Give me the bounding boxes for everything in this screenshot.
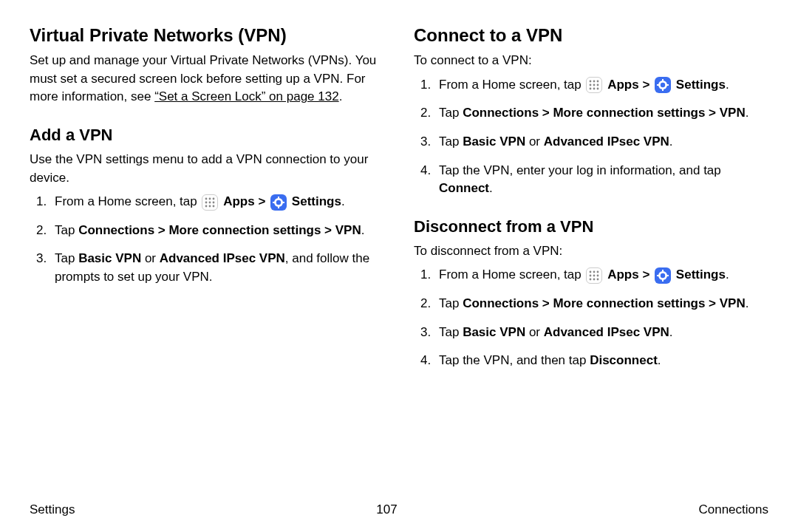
svg-rect-13	[273, 202, 275, 203]
svg-rect-26	[662, 79, 664, 81]
svg-point-40	[661, 273, 665, 278]
nav-path: Connections > More connection settings >…	[78, 223, 361, 237]
list-item: Tap Connections > More connection settin…	[434, 104, 768, 123]
svg-rect-27	[662, 89, 664, 91]
svg-rect-14	[282, 202, 284, 203]
basic-vpn-label: Basic VPN	[463, 325, 525, 339]
step-text: Tap	[55, 223, 78, 237]
disconnect-vpn-heading: Disconnect from a VPN	[414, 217, 768, 236]
list-item: Tap Connections > More connection settin…	[434, 295, 768, 313]
svg-point-19	[593, 84, 596, 86]
add-vpn-steps: From a Home screen, tap Apps > Settings.…	[50, 193, 384, 287]
add-vpn-desc: Use the VPN settings menu to add a VPN c…	[30, 151, 384, 187]
list-item: Tap Basic VPN or Advanced IPsec VPN, and…	[50, 250, 384, 286]
svg-point-35	[597, 275, 599, 277]
apps-icon	[586, 77, 602, 93]
disconnect-vpn-desc: To disconnect from a VPN:	[414, 242, 768, 261]
settings-label: Settings	[676, 78, 726, 92]
footer-left: Settings	[30, 502, 75, 517]
chevron-right-icon: >	[642, 267, 649, 282]
list-item: From a Home screen, tap Apps > Settings.	[434, 266, 768, 284]
step-text: Tap	[55, 251, 78, 265]
step-text: Tap	[439, 296, 463, 310]
svg-point-4	[209, 201, 211, 203]
list-item: Tap the VPN, enter your log in informati…	[434, 162, 768, 198]
step-text: Tap the VPN, enter your log in informati…	[439, 163, 721, 177]
svg-point-17	[597, 81, 599, 83]
svg-rect-28	[657, 84, 659, 86]
apps-label: Apps	[607, 267, 639, 282]
svg-point-7	[209, 205, 211, 207]
step-text: From a Home screen, tap	[55, 194, 200, 208]
intro-post: .	[339, 89, 343, 103]
step-text: Tap	[439, 325, 463, 339]
apps-icon	[586, 267, 602, 284]
vpn-heading: Virtual Private Networks (VPN)	[30, 25, 384, 46]
svg-point-5	[213, 201, 215, 203]
screen-lock-link[interactable]: “Set a Screen Lock” on page 132	[154, 89, 339, 103]
settings-icon	[655, 267, 671, 284]
step-text: or	[525, 325, 544, 339]
apps-label: Apps	[607, 78, 639, 92]
list-item: Tap Basic VPN or Advanced IPsec VPN.	[434, 133, 768, 151]
chevron-right-icon: >	[258, 194, 265, 208]
list-item: From a Home screen, tap Apps > Settings.	[50, 193, 384, 211]
svg-point-8	[213, 205, 215, 207]
connect-vpn-steps: From a Home screen, tap Apps > Settings.…	[434, 76, 768, 198]
advanced-vpn-label: Advanced IPsec VPN	[160, 251, 285, 265]
page-number: 107	[376, 502, 397, 517]
disconnect-vpn-steps: From a Home screen, tap Apps > Settings.…	[434, 266, 768, 370]
svg-point-33	[590, 275, 592, 277]
svg-point-34	[593, 275, 596, 277]
step-text: or	[141, 251, 160, 265]
svg-rect-42	[662, 279, 664, 282]
svg-rect-12	[278, 206, 279, 208]
list-item: From a Home screen, tap Apps > Settings.	[434, 76, 768, 95]
nav-path: Connections > More connection settings >…	[463, 296, 746, 310]
svg-point-22	[593, 88, 596, 90]
step-text: Tap	[439, 106, 463, 120]
svg-point-31	[593, 271, 596, 273]
svg-rect-43	[657, 275, 659, 276]
right-column: Connect to a VPN To connect to a VPN: Fr…	[414, 22, 768, 381]
svg-point-2	[213, 197, 215, 200]
nav-path: Connections > More connection settings >…	[463, 106, 746, 120]
svg-point-30	[590, 271, 592, 273]
svg-point-15	[590, 81, 592, 83]
step-text: From a Home screen, tap	[439, 78, 584, 92]
settings-label: Settings	[676, 267, 726, 282]
list-item: Tap the VPN, and then tap Disconnect.	[434, 352, 768, 370]
list-item: Tap Basic VPN or Advanced IPsec VPN.	[434, 324, 768, 342]
svg-point-1	[209, 197, 211, 200]
svg-rect-29	[666, 84, 669, 86]
settings-icon	[655, 77, 671, 93]
svg-point-37	[593, 279, 596, 281]
svg-point-38	[597, 279, 599, 281]
svg-point-25	[661, 83, 665, 87]
advanced-vpn-label: Advanced IPsec VPN	[544, 325, 669, 339]
chevron-right-icon: >	[642, 78, 649, 92]
svg-point-23	[597, 88, 599, 90]
svg-point-6	[205, 205, 208, 207]
svg-point-3	[205, 201, 208, 203]
settings-label: Settings	[292, 194, 341, 208]
svg-point-0	[205, 197, 208, 200]
svg-point-21	[590, 88, 592, 90]
disconnect-label: Disconnect	[590, 353, 658, 367]
svg-point-18	[590, 84, 592, 86]
step-text: Tap	[439, 134, 463, 149]
svg-rect-11	[278, 197, 279, 199]
vpn-intro: Set up and manage your Virtual Private N…	[30, 52, 384, 106]
settings-icon	[270, 194, 287, 211]
svg-point-20	[597, 84, 599, 86]
footer-right: Connections	[698, 502, 768, 517]
list-item: Tap Connections > More connection settin…	[50, 222, 384, 240]
svg-rect-41	[662, 270, 664, 272]
svg-rect-44	[666, 275, 669, 276]
connect-vpn-desc: To connect to a VPN:	[414, 52, 768, 70]
apps-icon	[202, 194, 218, 211]
left-column: Virtual Private Networks (VPN) Set up an…	[30, 22, 384, 381]
svg-point-10	[276, 200, 281, 205]
step-text: Tap the VPN, and then tap	[439, 353, 590, 367]
svg-point-16	[593, 81, 596, 83]
